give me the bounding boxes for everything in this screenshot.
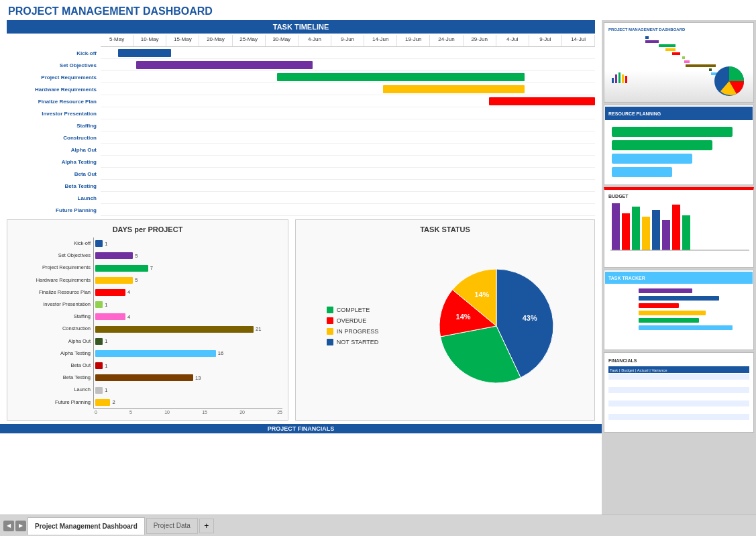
svg-rect-49 <box>608 387 749 393</box>
bottom-label: PROJECT FINANCIALS <box>0 424 602 433</box>
bar-chart-row: 1 <box>94 384 282 396</box>
legend-label: COMPLETE <box>337 307 370 313</box>
bar-chart-row: 2 <box>94 396 282 409</box>
svg-text:BUDGET: BUDGET <box>608 194 629 199</box>
svg-rect-30 <box>642 217 650 250</box>
legend-label: OVERDUE <box>337 317 367 324</box>
svg-rect-38 <box>639 288 692 293</box>
legend-item: OVERDUE <box>327 317 379 324</box>
gantt-bar-area <box>101 71 595 83</box>
svg-text:14%: 14% <box>474 290 489 299</box>
bar-chart-row: 16 <box>94 347 282 360</box>
pie-wrapper: 43%14%14% <box>429 259 563 393</box>
legend-item: IN PROGRESS <box>327 328 379 335</box>
legend-label: NOT STARTED <box>337 339 379 345</box>
pie-chart-title: TASK STATUS <box>301 225 589 233</box>
bar-chart-row: 1 <box>94 299 282 311</box>
gantt-bar-area <box>101 204 595 216</box>
svg-rect-9 <box>682 56 685 59</box>
svg-rect-11 <box>686 64 716 67</box>
tab-next-button[interactable]: ▶ <box>15 521 26 531</box>
pie-chart: 43%14%14% <box>429 259 563 393</box>
bar-labels: Kick-offSet ObjectivesProject Requiremen… <box>13 237 93 409</box>
svg-text:14%: 14% <box>456 313 471 321</box>
gantt-bar-area <box>101 180 595 192</box>
page-title: PROJECT MANAGEMENT DASHBOARD <box>0 0 756 20</box>
gantt-header: TASK TIMELINE <box>7 20 595 34</box>
svg-rect-33 <box>672 205 680 250</box>
svg-rect-29 <box>632 207 640 250</box>
tab-dashboard[interactable]: Project Management Dashboard <box>28 517 145 535</box>
gantt-task-row: Launch <box>7 192 595 204</box>
bar-bars: 15754142111611312 <box>93 237 282 409</box>
svg-rect-32 <box>662 220 670 250</box>
gantt-task-row: Finalize Resource Plan <box>7 95 595 107</box>
dashboard-area: PROJECT MANAGEMENT DASHBOARD TASK TIMELI… <box>0 0 756 515</box>
gantt-task-row: Staffing <box>7 119 595 131</box>
gantt-section: TASK TIMELINE 5-May10-May15-May20-May25-… <box>0 20 602 216</box>
gantt-bar-area <box>101 131 595 144</box>
pie-section: TASK STATUS COMPLETEOVERDUEIN PROGRESSNO… <box>295 219 595 421</box>
gantt-task-row: Alpha Out <box>7 144 595 156</box>
bar-chart-row: 21 <box>94 323 282 335</box>
svg-text:43%: 43% <box>523 314 537 322</box>
legend-item: NOT STARTED <box>327 339 379 345</box>
main-content: TASK TIMELINE 5-May10-May15-May20-May25-… <box>0 20 602 515</box>
bar-chart-row: 1 <box>94 335 282 347</box>
svg-rect-14 <box>612 78 614 83</box>
svg-rect-23 <box>612 140 712 150</box>
content-row: TASK TIMELINE 5-May10-May15-May20-May25-… <box>0 20 756 515</box>
svg-rect-24 <box>612 154 692 164</box>
thumbnail-sidebar: PROJECT MANAGEMENT DASHBOARD <box>602 20 756 515</box>
bar-chart-row: 1 <box>94 360 282 372</box>
gantt-task-row: Alpha Testing <box>7 156 595 168</box>
svg-rect-41 <box>639 311 706 315</box>
tab-prev-button[interactable]: ◀ <box>3 521 14 531</box>
gantt-bar-area <box>101 59 595 71</box>
svg-rect-25 <box>612 167 672 177</box>
bar-axis: 0510152025 <box>93 410 282 415</box>
svg-rect-4 <box>645 36 649 39</box>
svg-rect-52 <box>608 407 749 413</box>
gantt-container: 5-May10-May15-May20-May25-May30-May4-Jun… <box>7 35 595 47</box>
svg-rect-50 <box>608 394 749 400</box>
svg-rect-22 <box>612 127 733 137</box>
svg-rect-42 <box>639 318 699 323</box>
gantt-bar-area <box>101 95 595 107</box>
bar-chart-row: 5 <box>94 274 282 286</box>
bar-chart-title: DAYS per PROJECT <box>13 225 282 233</box>
gantt-bar-area <box>101 144 595 156</box>
gantt-task-row: Kick-off <box>7 47 595 59</box>
gantt-date-row: 5-May10-May15-May20-May25-May30-May4-Jun… <box>101 35 595 47</box>
gantt-bar-area <box>101 47 595 59</box>
gantt-bar-area <box>101 192 595 204</box>
svg-rect-7 <box>665 48 676 51</box>
svg-rect-8 <box>672 52 680 55</box>
svg-rect-31 <box>652 210 660 250</box>
gantt-task-row: Future Planning <box>7 204 595 216</box>
svg-rect-51 <box>608 400 749 407</box>
tab-project-data[interactable]: Project Data <box>146 518 198 534</box>
svg-rect-17 <box>622 74 624 83</box>
bottom-row: DAYS per PROJECT Kick-offSet ObjectivesP… <box>0 216 602 424</box>
thumbnail-1: PROJECT MANAGEMENT DASHBOARD <box>604 22 754 103</box>
bar-chart-row: 4 <box>94 311 282 323</box>
svg-rect-6 <box>659 44 676 47</box>
gantt-task-row: Set Objectives <box>7 59 595 71</box>
legend-item: COMPLETE <box>327 307 379 313</box>
tab-add-button[interactable]: + <box>199 519 214 533</box>
gantt-bar-area <box>101 107 595 119</box>
thumbnail-4: TASK TRACKER <box>604 270 754 350</box>
gantt-label-spacer <box>7 35 101 47</box>
thumbnail-3: BUDGET <box>604 187 754 268</box>
tab-bar: ◀ ▶ Project Management Dashboard Project… <box>0 515 756 536</box>
gantt-bar-area <box>101 83 595 95</box>
bar-chart-row: 7 <box>94 262 282 274</box>
bar-chart-inner: Kick-offSet ObjectivesProject Requiremen… <box>13 237 282 409</box>
gantt-bar-area <box>101 119 595 131</box>
gantt-task-row: Project Requirements <box>7 71 595 83</box>
bar-chart-section: DAYS per PROJECT Kick-offSet ObjectivesP… <box>7 219 288 421</box>
svg-rect-18 <box>625 76 627 83</box>
gantt-task-row: Investor Presentation <box>7 107 595 119</box>
svg-text:FINANCIALS: FINANCIALS <box>608 358 637 363</box>
